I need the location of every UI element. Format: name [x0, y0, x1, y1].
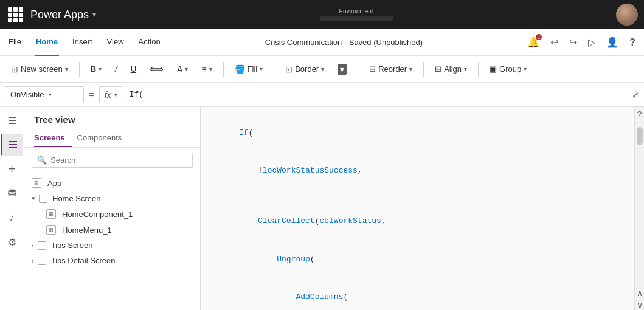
- menu-bar-right: 🔔 1 ↩ ↪ ▷ 👤 ?: [526, 35, 637, 49]
- code-line-1: If(: [210, 114, 625, 152]
- scroll-down-icon[interactable]: ∨: [637, 300, 643, 310]
- paragraph-icon: ≡: [201, 64, 206, 74]
- tips-detail-screen-chevron-icon: ›: [32, 257, 34, 264]
- tree-item-app[interactable]: ⊞ App: [24, 175, 200, 191]
- menu-action[interactable]: Action: [137, 29, 162, 56]
- menu-items: File Home Insert View Action: [7, 29, 162, 56]
- paragraph-button[interactable]: ≡ ▾: [196, 62, 216, 77]
- align-chevron: ▾: [464, 66, 467, 72]
- fx-button[interactable]: fx ▾: [99, 86, 122, 103]
- new-screen-label: New screen: [21, 64, 63, 74]
- help-button[interactable]: ?: [628, 36, 637, 49]
- reorder-button[interactable]: ⊟ Reorder ▾: [364, 62, 417, 76]
- reorder-icon: ⊟: [369, 64, 376, 74]
- property-dropdown[interactable]: OnVisible ▾: [5, 86, 84, 103]
- home-menu-1-icon: ⊞: [46, 225, 56, 235]
- toolbar-sep-4: [358, 62, 358, 77]
- hamburger-button[interactable]: ☰: [1, 109, 23, 131]
- fx-chevron: ▾: [114, 91, 117, 98]
- right-panel: ? ∧ ∨: [634, 107, 644, 310]
- toolbar: ⊡ New screen ▾ B ▾ / U ⟺ A ▾ ≡ ▾ 🪣 Fill …: [0, 56, 644, 83]
- tree-item-home-screen[interactable]: ▾ Home Screen: [24, 191, 200, 206]
- user-avatar[interactable]: [616, 4, 638, 26]
- insert-button[interactable]: +: [1, 158, 23, 180]
- border-button[interactable]: ⊡ Border ▾: [280, 62, 329, 77]
- tree-item-home-component-1[interactable]: ⊞ HomeComponent_1: [24, 206, 200, 222]
- border-chevron: ▾: [321, 66, 324, 72]
- align-icon: ⊞: [435, 64, 441, 74]
- new-screen-icon: ⊡: [11, 64, 18, 74]
- top-bar: Power Apps ▾ Environment: [0, 0, 644, 29]
- dropdown-button[interactable]: ▾: [333, 61, 351, 77]
- tips-screen-label: Tips Screen: [51, 241, 93, 250]
- toolbar-sep-3: [274, 62, 274, 77]
- border-label: Border: [295, 64, 319, 74]
- play-button[interactable]: ▷: [587, 35, 597, 49]
- tree-item-tips-screen[interactable]: › Tips Screen: [24, 238, 200, 253]
- right-question-icon[interactable]: ?: [637, 109, 642, 119]
- tips-screen-checkbox[interactable]: [38, 241, 46, 250]
- group-icon: ▣: [490, 64, 497, 74]
- fill-button[interactable]: 🪣 Fill ▾: [230, 62, 268, 77]
- treeview-button[interactable]: [1, 134, 23, 156]
- app-title: Power Apps: [30, 9, 89, 21]
- toolbar-sep-5: [423, 62, 424, 77]
- tips-screen-chevron-icon: ›: [32, 242, 34, 249]
- notifications-button[interactable]: 🔔 1: [526, 35, 541, 49]
- strikethrough-button[interactable]: ⟺: [145, 61, 168, 77]
- environment-value: [320, 16, 393, 21]
- code-line-5: Ungroup(: [210, 241, 625, 278]
- group-chevron: ▾: [524, 66, 527, 72]
- redo-button[interactable]: ↪: [568, 35, 578, 49]
- formula-expand-button[interactable]: ⤢: [632, 90, 639, 100]
- tab-components[interactable]: Components: [77, 129, 130, 147]
- formula-bar: OnVisible ▾ = fx ▾ ⤢: [0, 83, 644, 107]
- code-editor[interactable]: If( !locWorkStatusSuccess, ClearCollect(…: [201, 107, 634, 310]
- bold-button[interactable]: B ▾: [86, 62, 106, 76]
- tree-item-tips-detail-screen[interactable]: › Tips Detail Screen: [24, 253, 200, 268]
- home-component-1-label: HomeComponent_1: [62, 210, 133, 219]
- data-button[interactable]: [1, 182, 23, 204]
- home-menu-1-label: HomeMenu_1: [62, 226, 112, 235]
- tree-items: ⊞ App ▾ Home Screen ⊞ HomeComponent_1 ⊞ …: [24, 173, 200, 310]
- home-screen-checkbox[interactable]: [39, 195, 47, 203]
- search-input[interactable]: [50, 156, 187, 165]
- media-button[interactable]: ♪: [1, 207, 23, 229]
- property-chevron: ▾: [49, 91, 52, 98]
- home-screen-label: Home Screen: [52, 194, 100, 203]
- menu-home[interactable]: Home: [35, 29, 59, 56]
- new-screen-button[interactable]: ⊡ New screen ▾: [6, 62, 73, 77]
- formula-input[interactable]: [125, 90, 627, 99]
- scroll-up-icon[interactable]: ∧: [637, 288, 643, 298]
- tips-detail-screen-checkbox[interactable]: [38, 257, 46, 265]
- formula-equals-sign: =: [86, 89, 97, 100]
- font-chevron: ▾: [185, 66, 188, 72]
- svg-rect-1: [9, 144, 17, 145]
- menu-file[interactable]: File: [7, 29, 23, 56]
- settings-button[interactable]: ⚙: [1, 231, 23, 253]
- italic-button[interactable]: /: [110, 62, 122, 76]
- account-button[interactable]: 👤: [605, 35, 620, 49]
- tips-detail-screen-label: Tips Detail Screen: [51, 256, 116, 265]
- group-button[interactable]: ▣ Group ▾: [485, 62, 531, 76]
- font-button[interactable]: A ▾: [172, 62, 193, 77]
- underline-button[interactable]: U: [126, 62, 141, 76]
- waffle-button[interactable]: [6, 5, 24, 24]
- tree-item-home-menu-1[interactable]: ⊞ HomeMenu_1: [24, 222, 200, 238]
- fill-chevron: ▾: [260, 66, 263, 72]
- tab-screens[interactable]: Screens: [34, 129, 72, 147]
- fill-label: Fill: [248, 64, 258, 74]
- group-label: Group: [499, 64, 521, 74]
- italic-label: /: [115, 64, 117, 74]
- font-label: A: [177, 64, 182, 74]
- dropdown-icon: ▾: [338, 64, 347, 75]
- underline-label: U: [131, 64, 136, 74]
- reorder-label: Reorder: [378, 64, 407, 74]
- tree-panel: Tree view Screens Components 🔍 ⊞ App ▾ H…: [24, 107, 201, 310]
- undo-button[interactable]: ↩: [549, 35, 559, 49]
- menu-insert[interactable]: Insert: [71, 29, 94, 56]
- align-button[interactable]: ⊞ Align ▾: [430, 62, 472, 76]
- svg-rect-2: [9, 147, 17, 148]
- svg-point-3: [9, 190, 16, 193]
- menu-view[interactable]: View: [106, 29, 125, 56]
